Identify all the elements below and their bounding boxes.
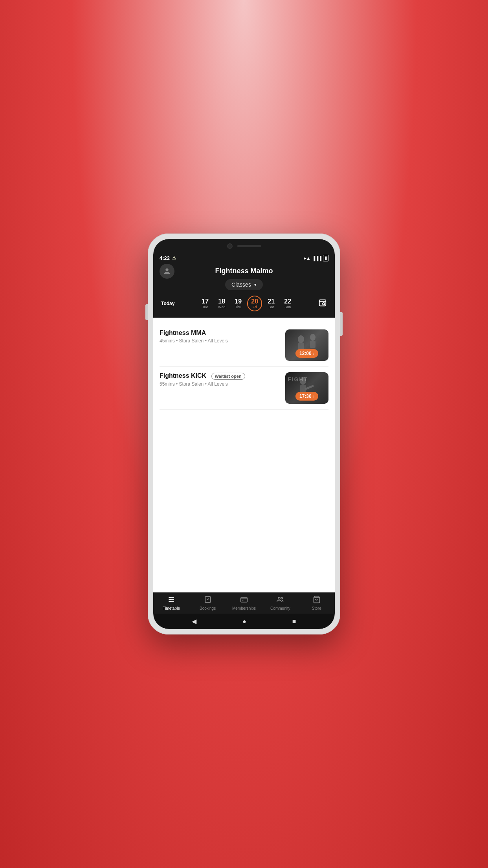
calendar-day-17[interactable]: 17 Tue [198,296,213,311]
nav-store[interactable]: Store [305,596,328,611]
class-name-kick: Fightness KICK Waitlist open [160,372,285,380]
bottom-nav: Timetable Bookings [153,592,335,614]
svg-line-11 [306,386,313,389]
top-bezel [153,239,335,253]
classes-dropdown[interactable]: Classes ▾ [225,279,263,290]
class-time-kick: 17:30 [299,394,312,399]
class-details-mma: 45mins • Stora Salen • All Levels [160,338,285,344]
phone-screen: 4:22 ⚠ ▸▲ ▐▐▐ ▮ Fightness Malmo [153,239,335,629]
timetable-icon [167,596,175,605]
content-area: Fightness MMA 45mins • Stora Salen • All… [153,318,335,592]
class-info-kick: Fightness KICK Waitlist open 55mins • St… [160,372,285,387]
front-camera [227,243,233,249]
wifi-icon: ▸▲ [304,256,311,261]
power-button[interactable] [340,312,343,336]
chevron-down-icon: ▾ [254,282,257,287]
home-button[interactable]: ● [242,618,246,625]
memberships-icon [240,596,248,605]
android-nav: ◀ ● ■ [153,614,335,629]
calendar-day-18[interactable]: 18 Wed [214,296,229,311]
nav-timetable[interactable]: Timetable [160,596,183,611]
back-button[interactable]: ◀ [192,618,196,625]
app-header: Fightness Malmo Classes ▾ Today 17 Tue 1… [153,263,335,318]
community-label: Community [270,606,290,611]
alert-icon: ⚠ [172,256,176,261]
svg-point-5 [298,335,304,343]
svg-rect-21 [241,598,248,602]
svg-point-25 [281,598,283,599]
today-label: Today [161,301,174,306]
memberships-label: Memberships [232,606,256,611]
calendar-strip: Today 17 Tue 18 Wed 19 Thu 20 [160,296,328,311]
status-bar: 4:22 ⚠ ▸▲ ▐▐▐ ▮ [153,253,335,263]
calendar-day-19[interactable]: 19 Thu [231,296,246,311]
nav-community[interactable]: Community [268,596,292,611]
nav-bookings[interactable]: Bookings [196,596,220,611]
earpiece-speaker [237,245,261,247]
status-icons: ▸▲ ▐▐▐ ▮ [304,255,328,261]
class-card-mma[interactable]: Fightness MMA 45mins • Stora Salen • All… [160,324,328,367]
store-label: Store [312,606,321,611]
status-time: 4:22 [160,255,170,261]
battery-icon: ▮ [323,255,328,261]
waitlist-badge: Waitlist open [211,373,245,380]
class-time-badge-kick[interactable]: 17:30 › [295,392,318,401]
bookings-label: Bookings [200,606,216,611]
class-thumbnail-kick[interactable]: FIGHT 17:30 › [285,372,328,404]
bookings-icon [204,596,212,605]
svg-point-15 [170,597,171,598]
community-icon [276,596,284,605]
svg-point-16 [170,599,171,600]
timetable-label: Timetable [163,606,180,611]
app-title: Fightness Malmo [215,267,273,275]
svg-point-17 [170,601,171,602]
avatar[interactable] [160,264,174,279]
svg-point-0 [165,268,168,271]
calendar-day-22[interactable]: 22 Sun [280,296,295,311]
header-row: Fightness Malmo [160,267,328,275]
class-card-kick[interactable]: Fightness KICK Waitlist open 55mins • St… [160,367,328,410]
class-info-mma: Fightness MMA 45mins • Stora Salen • All… [160,329,285,344]
recents-button[interactable]: ■ [292,618,296,625]
calendar-days: 17 Tue 18 Wed 19 Thu 20 Fri [198,296,295,311]
class-thumbnail-mma[interactable]: 12:00 › [285,329,328,361]
calendar-search-icon[interactable] [318,298,327,309]
class-details-kick: 55mins • Stora Salen • All Levels [160,381,285,387]
signal-icon: ▐▐▐ [312,256,321,261]
phone-device: 4:22 ⚠ ▸▲ ▐▐▐ ▮ Fightness Malmo [148,234,340,634]
arrow-icon-mma: › [313,351,314,356]
svg-rect-8 [310,341,316,348]
svg-line-4 [325,304,326,305]
svg-point-24 [278,597,280,599]
class-time-badge-mma[interactable]: 12:00 › [295,349,318,358]
calendar-day-21[interactable]: 21 Sat [264,296,279,311]
nav-memberships[interactable]: Memberships [232,596,256,611]
store-icon [313,596,321,605]
arrow-icon-kick: › [313,394,314,399]
class-time-mma: 12:00 [299,351,312,356]
svg-point-7 [310,334,316,341]
dropdown-label: Classes [231,281,251,288]
class-name-mma: Fightness MMA [160,329,285,337]
volume-button[interactable] [145,304,148,320]
calendar-day-20-active[interactable]: 20 Fri [247,296,262,311]
